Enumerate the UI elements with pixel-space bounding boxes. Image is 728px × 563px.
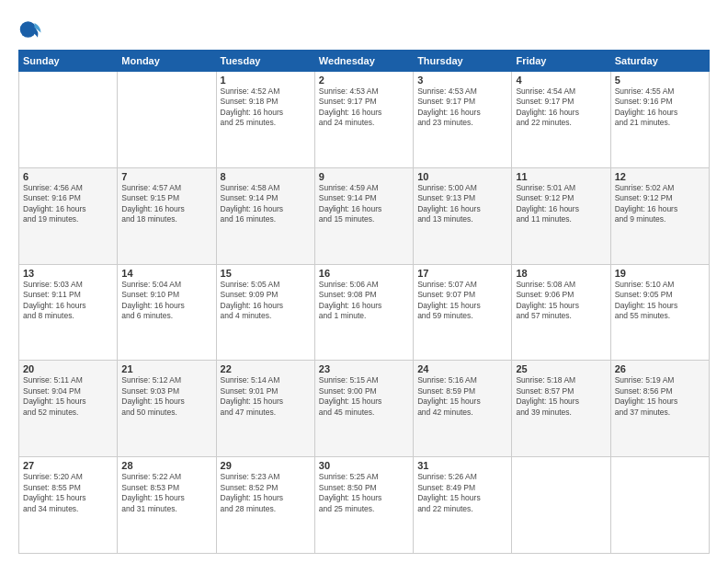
logo-icon: [18, 17, 44, 42]
day-detail: Sunrise: 5:25 AM Sunset: 8:50 PM Dayligh…: [319, 472, 409, 514]
day-detail: Sunrise: 5:22 AM Sunset: 8:53 PM Dayligh…: [121, 472, 211, 514]
day-detail: Sunrise: 5:08 AM Sunset: 9:06 PM Dayligh…: [516, 280, 606, 322]
day-detail: Sunrise: 5:03 AM Sunset: 9:11 PM Dayligh…: [23, 280, 113, 322]
day-detail: Sunrise: 4:59 AM Sunset: 9:14 PM Dayligh…: [319, 183, 409, 225]
day-detail: Sunrise: 5:20 AM Sunset: 8:55 PM Dayligh…: [23, 472, 113, 514]
weekday-header-sunday: Sunday: [19, 51, 118, 72]
day-detail: Sunrise: 4:53 AM Sunset: 9:17 PM Dayligh…: [417, 86, 507, 129]
day-number: 11: [516, 171, 606, 182]
day-number: 9: [319, 171, 409, 182]
day-number: 7: [121, 171, 211, 182]
calendar-cell: 19Sunrise: 5:10 AM Sunset: 9:05 PM Dayli…: [610, 264, 709, 361]
day-number: 31: [417, 460, 507, 471]
day-detail: Sunrise: 5:10 AM Sunset: 9:05 PM Dayligh…: [615, 280, 705, 322]
day-number: 28: [121, 460, 211, 471]
day-number: 13: [23, 268, 113, 279]
day-detail: Sunrise: 5:18 AM Sunset: 8:57 PM Dayligh…: [516, 375, 606, 418]
day-number: 22: [221, 363, 311, 374]
day-number: 25: [516, 363, 606, 374]
calendar-cell: 13Sunrise: 5:03 AM Sunset: 9:11 PM Dayli…: [19, 264, 118, 361]
calendar-cell: 9Sunrise: 4:59 AM Sunset: 9:14 PM Daylig…: [314, 167, 413, 264]
day-number: 14: [121, 268, 211, 279]
day-number: 18: [516, 268, 606, 279]
calendar-cell: 2Sunrise: 4:53 AM Sunset: 9:17 PM Daylig…: [314, 72, 413, 168]
calendar-cell: 20Sunrise: 5:11 AM Sunset: 9:04 PM Dayli…: [19, 361, 118, 457]
calendar-cell: 30Sunrise: 5:25 AM Sunset: 8:50 PM Dayli…: [314, 457, 413, 554]
calendar-cell: 29Sunrise: 5:23 AM Sunset: 8:52 PM Dayli…: [216, 457, 314, 554]
day-number: 2: [319, 75, 409, 86]
weekday-header-tuesday: Tuesday: [216, 51, 314, 72]
calendar-cell: 31Sunrise: 5:26 AM Sunset: 8:49 PM Dayli…: [414, 457, 512, 554]
day-detail: Sunrise: 4:56 AM Sunset: 9:16 PM Dayligh…: [23, 183, 113, 225]
day-detail: Sunrise: 4:53 AM Sunset: 9:17 PM Dayligh…: [319, 86, 409, 129]
day-detail: Sunrise: 4:55 AM Sunset: 9:16 PM Dayligh…: [615, 86, 705, 129]
day-detail: Sunrise: 5:06 AM Sunset: 9:08 PM Dayligh…: [319, 280, 409, 322]
day-number: 3: [417, 75, 507, 86]
calendar-week-3: 13Sunrise: 5:03 AM Sunset: 9:11 PM Dayli…: [19, 264, 710, 361]
calendar-cell: 6Sunrise: 4:56 AM Sunset: 9:16 PM Daylig…: [19, 167, 118, 264]
calendar-cell: 25Sunrise: 5:18 AM Sunset: 8:57 PM Dayli…: [512, 361, 610, 457]
calendar-cell: 7Sunrise: 4:57 AM Sunset: 9:15 PM Daylig…: [118, 167, 216, 264]
calendar-cell: 14Sunrise: 5:04 AM Sunset: 9:10 PM Dayli…: [118, 264, 216, 361]
day-number: 1: [221, 75, 311, 86]
logo: [18, 17, 48, 42]
calendar-cell: 3Sunrise: 4:53 AM Sunset: 9:17 PM Daylig…: [414, 72, 512, 168]
calendar-cell: 21Sunrise: 5:12 AM Sunset: 9:03 PM Dayli…: [118, 361, 216, 457]
day-detail: Sunrise: 5:16 AM Sunset: 8:59 PM Dayligh…: [417, 375, 507, 418]
day-number: 17: [417, 268, 507, 279]
calendar-week-2: 6Sunrise: 4:56 AM Sunset: 9:16 PM Daylig…: [19, 167, 710, 264]
calendar-cell: [19, 72, 118, 168]
calendar-cell: [118, 72, 216, 168]
calendar-cell: 12Sunrise: 5:02 AM Sunset: 9:12 PM Dayli…: [610, 167, 709, 264]
day-number: 23: [319, 363, 409, 374]
calendar-cell: 11Sunrise: 5:01 AM Sunset: 9:12 PM Dayli…: [512, 167, 610, 264]
day-number: 20: [23, 363, 113, 374]
day-detail: Sunrise: 5:04 AM Sunset: 9:10 PM Dayligh…: [121, 280, 211, 322]
day-detail: Sunrise: 5:14 AM Sunset: 9:01 PM Dayligh…: [221, 375, 311, 418]
day-detail: Sunrise: 5:05 AM Sunset: 9:09 PM Dayligh…: [221, 280, 311, 322]
day-number: 21: [121, 363, 211, 374]
day-number: 12: [615, 171, 705, 182]
calendar-cell: 22Sunrise: 5:14 AM Sunset: 9:01 PM Dayli…: [216, 361, 314, 457]
weekday-header-row: SundayMondayTuesdayWednesdayThursdayFrid…: [19, 51, 710, 72]
day-detail: Sunrise: 5:19 AM Sunset: 8:56 PM Dayligh…: [615, 375, 705, 418]
day-detail: Sunrise: 4:58 AM Sunset: 9:14 PM Dayligh…: [221, 183, 311, 225]
calendar-page: SundayMondayTuesdayWednesdayThursdayFrid…: [0, 0, 728, 563]
weekday-header-friday: Friday: [512, 51, 610, 72]
calendar-cell: 28Sunrise: 5:22 AM Sunset: 8:53 PM Dayli…: [118, 457, 216, 554]
day-number: 6: [23, 171, 113, 182]
calendar-week-4: 20Sunrise: 5:11 AM Sunset: 9:04 PM Dayli…: [19, 361, 710, 457]
day-number: 8: [221, 171, 311, 182]
calendar-cell: 4Sunrise: 4:54 AM Sunset: 9:17 PM Daylig…: [512, 72, 610, 168]
calendar-week-1: 1Sunrise: 4:52 AM Sunset: 9:18 PM Daylig…: [19, 72, 710, 168]
calendar-cell: 8Sunrise: 4:58 AM Sunset: 9:14 PM Daylig…: [216, 167, 314, 264]
calendar-cell: 24Sunrise: 5:16 AM Sunset: 8:59 PM Dayli…: [414, 361, 512, 457]
day-number: 27: [23, 460, 113, 471]
day-number: 26: [615, 363, 705, 374]
day-detail: Sunrise: 5:02 AM Sunset: 9:12 PM Dayligh…: [615, 183, 705, 225]
day-number: 4: [516, 75, 606, 86]
day-detail: Sunrise: 4:57 AM Sunset: 9:15 PM Dayligh…: [121, 183, 211, 225]
day-detail: Sunrise: 5:15 AM Sunset: 9:00 PM Dayligh…: [319, 375, 409, 418]
day-detail: Sunrise: 4:54 AM Sunset: 9:17 PM Dayligh…: [516, 86, 606, 129]
calendar-week-5: 27Sunrise: 5:20 AM Sunset: 8:55 PM Dayli…: [19, 457, 710, 554]
calendar-cell: 5Sunrise: 4:55 AM Sunset: 9:16 PM Daylig…: [610, 72, 709, 168]
calendar-cell: 16Sunrise: 5:06 AM Sunset: 9:08 PM Dayli…: [314, 264, 413, 361]
weekday-header-thursday: Thursday: [414, 51, 512, 72]
weekday-header-monday: Monday: [118, 51, 216, 72]
day-number: 15: [221, 268, 311, 279]
day-detail: Sunrise: 5:11 AM Sunset: 9:04 PM Dayligh…: [23, 375, 113, 418]
day-detail: Sunrise: 5:01 AM Sunset: 9:12 PM Dayligh…: [516, 183, 606, 225]
calendar-cell: 15Sunrise: 5:05 AM Sunset: 9:09 PM Dayli…: [216, 264, 314, 361]
day-number: 29: [221, 460, 311, 471]
day-detail: Sunrise: 5:26 AM Sunset: 8:49 PM Dayligh…: [417, 472, 507, 514]
day-number: 19: [615, 268, 705, 279]
day-detail: Sunrise: 5:23 AM Sunset: 8:52 PM Dayligh…: [221, 472, 311, 514]
calendar-cell: 10Sunrise: 5:00 AM Sunset: 9:13 PM Dayli…: [414, 167, 512, 264]
day-number: 10: [417, 171, 507, 182]
calendar-cell: [610, 457, 709, 554]
day-number: 30: [319, 460, 409, 471]
day-number: 16: [319, 268, 409, 279]
day-number: 5: [615, 75, 705, 86]
calendar-cell: 27Sunrise: 5:20 AM Sunset: 8:55 PM Dayli…: [19, 457, 118, 554]
